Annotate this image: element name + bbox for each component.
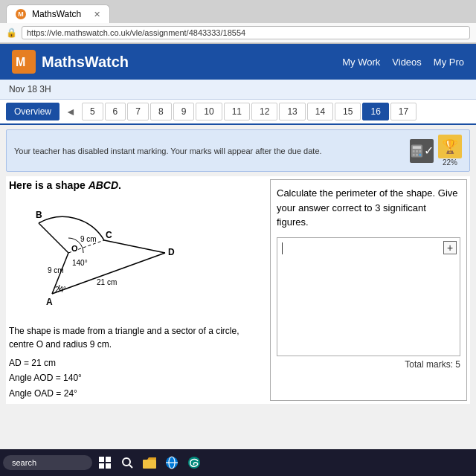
- taskbar-icons: [97, 454, 202, 471]
- tab-bar: M MathsWatch ✕: [0, 0, 476, 23]
- tab-5[interactable]: 5: [82, 103, 103, 120]
- prop-ad: AD = 21 cm: [9, 356, 264, 370]
- tab-7[interactable]: 7: [127, 103, 149, 120]
- label-A: A: [46, 297, 53, 307]
- tab-favicon: M: [16, 9, 26, 19]
- tab-overview[interactable]: Overview: [6, 103, 60, 120]
- tab-close-button[interactable]: ✕: [94, 10, 100, 19]
- shape-diagram: B C D A O 9 cm 9 cm 140° 24°: [9, 197, 187, 316]
- svg-rect-16: [106, 457, 111, 462]
- tab-10[interactable]: 10: [196, 103, 222, 120]
- svg-rect-18: [106, 463, 111, 469]
- tab-13[interactable]: 13: [279, 103, 305, 120]
- answer-box[interactable]: +: [277, 237, 460, 356]
- svg-point-19: [123, 458, 130, 466]
- shape-description: The shape is made from a triangle and a …: [9, 324, 264, 351]
- text-cursor: [282, 242, 283, 254]
- label-oc: 9 cm: [80, 235, 97, 243]
- svg-line-14: [104, 240, 165, 253]
- file-explorer-icon[interactable]: [141, 454, 158, 471]
- svg-rect-7: [413, 153, 415, 155]
- main-content: Here is a shape ABCD.: [6, 176, 470, 404]
- percent-badge: 22%: [443, 158, 457, 167]
- label-D: D: [168, 247, 175, 257]
- windows-button[interactable]: [97, 454, 113, 471]
- edge-icon[interactable]: [186, 454, 202, 471]
- label-C: C: [106, 230, 112, 240]
- browser-icon[interactable]: [164, 454, 180, 471]
- assignment-label: Nov 18 3H: [9, 84, 51, 94]
- prop-angle-aod: Angle AOD = 140°: [9, 370, 264, 385]
- nav-videos[interactable]: Videos: [392, 57, 422, 68]
- calc-svg: [410, 144, 424, 158]
- taskbar: search: [0, 449, 476, 476]
- notice-text: Your teacher has disabled instant markin…: [14, 147, 322, 155]
- total-marks: Total marks: 5: [277, 359, 460, 370]
- svg-rect-21: [143, 460, 156, 469]
- label-O: O: [71, 244, 78, 253]
- nav-my-work[interactable]: My Work: [342, 57, 380, 68]
- logo-text: MathsWatch: [42, 54, 129, 71]
- label-ad: 21 cm: [97, 278, 117, 286]
- tabs-row: Overview ◄ 5 6 7 8 9 10 11 12 13 14 15 1…: [0, 100, 476, 125]
- tab-6[interactable]: 6: [105, 103, 126, 120]
- svg-text:M: M: [16, 56, 25, 68]
- shape-name: ABCD: [89, 179, 118, 191]
- expand-button[interactable]: +: [443, 241, 457, 254]
- tab-16[interactable]: 16: [362, 103, 388, 120]
- svg-line-13: [52, 253, 165, 294]
- left-panel: Here is a shape ABCD.: [9, 179, 264, 401]
- label-oa: 9 cm: [48, 266, 64, 274]
- shape-properties: AD = 21 cm Angle AOD = 140° Angle OAD = …: [9, 356, 264, 401]
- tab-8[interactable]: 8: [150, 103, 172, 120]
- svg-rect-17: [99, 463, 104, 469]
- tab-prev-button[interactable]: ◄: [61, 104, 80, 119]
- svg-rect-4: [413, 150, 415, 152]
- browser-tab[interactable]: M MathsWatch ✕: [6, 4, 110, 23]
- logo: M MathsWatch: [12, 50, 129, 74]
- tab-15[interactable]: 15: [335, 103, 361, 120]
- right-panel: Calculate the perimeter of the shape. Gi…: [270, 179, 467, 401]
- notice-bar: Your teacher has disabled instant markin…: [6, 129, 470, 172]
- content-panels: Here is a shape ABCD.: [9, 179, 467, 401]
- shape-desc-text: The shape is made from a triangle and a …: [9, 326, 239, 350]
- nav-my-pro[interactable]: My Pro: [434, 57, 464, 68]
- label-angle-oad: 24°: [55, 286, 66, 294]
- calculator-icon: ✓: [410, 139, 434, 163]
- site-header: M MathsWatch My Work Videos My Pro: [0, 44, 476, 80]
- svg-rect-6: [419, 150, 421, 152]
- tab-17[interactable]: 17: [390, 103, 416, 120]
- diagram-container: B C D A O 9 cm 9 cm 140° 24°: [9, 197, 264, 318]
- svg-line-12: [39, 223, 68, 253]
- tab-11[interactable]: 11: [224, 103, 250, 120]
- tab-12[interactable]: 12: [251, 103, 277, 120]
- trophy-icon: 🏆: [438, 135, 462, 158]
- logo-icon: M: [12, 50, 36, 74]
- url-input[interactable]: [22, 26, 470, 39]
- svg-rect-8: [416, 153, 418, 155]
- label-angle-aod: 140°: [72, 259, 88, 267]
- label-B: B: [36, 210, 42, 220]
- taskbar-search[interactable]: search: [3, 455, 92, 470]
- svg-rect-3: [413, 146, 421, 149]
- question-instruction-text: Calculate the perimeter of the shape. Gi…: [277, 187, 458, 228]
- svg-line-20: [129, 465, 132, 468]
- question-title: Here is a shape ABCD.: [9, 179, 264, 191]
- browser-chrome: M MathsWatch ✕ 🔒: [0, 0, 476, 44]
- assignment-bar: Nov 18 3H: [0, 80, 476, 100]
- tab-9[interactable]: 9: [173, 103, 195, 120]
- prop-angle-oad: Angle OAD = 24°: [9, 386, 264, 401]
- tab-14[interactable]: 14: [307, 103, 333, 120]
- question-instruction: Calculate the perimeter of the shape. Gi…: [277, 186, 460, 230]
- notice-icons: ✓ 🏆 22%: [410, 135, 462, 167]
- search-taskbar-icon[interactable]: [119, 454, 135, 471]
- header-nav: My Work Videos My Pro: [342, 57, 464, 68]
- svg-rect-9: [419, 153, 421, 155]
- tab-title: MathsWatch: [32, 9, 81, 19]
- svg-rect-15: [99, 457, 104, 462]
- svg-rect-5: [416, 150, 418, 152]
- lock-icon: 🔒: [6, 28, 17, 38]
- address-bar: 🔒: [0, 23, 476, 43]
